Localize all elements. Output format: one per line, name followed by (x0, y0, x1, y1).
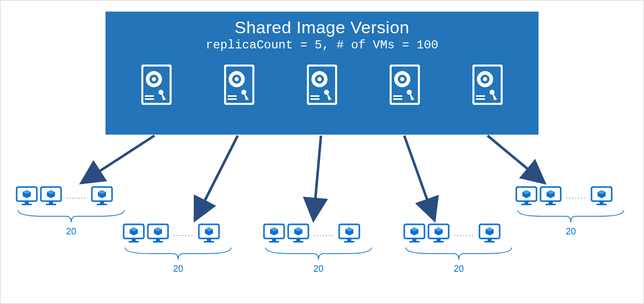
ellipsis: ....... (311, 229, 336, 237)
vm-count-label: 20 (168, 264, 188, 274)
vm-group: ....... (16, 186, 113, 206)
svg-point-37 (490, 90, 495, 95)
svg-point-4 (152, 77, 156, 81)
vm-group: ....... (123, 223, 220, 244)
svg-point-36 (483, 77, 487, 81)
svg-rect-6 (145, 95, 154, 97)
svg-rect-49 (49, 201, 53, 204)
vm-icon (540, 186, 562, 206)
svg-rect-77 (293, 241, 303, 242)
brace (263, 247, 374, 262)
svg-rect-64 (132, 238, 136, 241)
svg-line-43 (404, 136, 435, 220)
ellipsis: ....... (452, 229, 476, 237)
svg-rect-80 (344, 241, 354, 242)
svg-rect-14 (228, 95, 237, 97)
svg-rect-7 (145, 98, 154, 100)
svg-rect-55 (524, 201, 528, 204)
vm-icon (147, 223, 169, 244)
svg-rect-74 (269, 241, 279, 242)
svg-rect-86 (434, 241, 444, 242)
vm-count-label: 20 (61, 226, 81, 237)
vm-icon (16, 186, 38, 206)
svg-rect-71 (204, 241, 214, 242)
ellipsis: ....... (564, 192, 588, 200)
vm-icon (591, 186, 613, 206)
svg-point-21 (324, 90, 329, 95)
svg-line-44 (488, 136, 545, 183)
svg-rect-85 (437, 238, 441, 241)
vm-count-label: 20 (308, 264, 329, 274)
vm-icon (338, 223, 360, 244)
vm-icon (123, 223, 145, 244)
svg-point-12 (235, 77, 239, 81)
ellipsis: ....... (64, 192, 89, 200)
svg-point-5 (158, 90, 164, 95)
svg-rect-88 (488, 238, 492, 241)
disk-icon (389, 64, 420, 105)
shared-title: Shared Image Version (105, 18, 539, 37)
svg-rect-50 (46, 204, 56, 205)
svg-rect-82 (412, 238, 416, 241)
svg-point-28 (400, 77, 404, 81)
svg-rect-68 (153, 241, 163, 242)
disk-icon (224, 64, 255, 105)
vm-count-label: 20 (561, 226, 581, 237)
svg-rect-62 (597, 204, 607, 205)
svg-rect-22 (310, 95, 319, 97)
svg-rect-83 (409, 241, 419, 242)
brace (16, 209, 127, 224)
vm-icon (478, 223, 501, 244)
svg-point-20 (317, 77, 321, 81)
svg-point-13 (241, 90, 246, 95)
svg-line-40 (81, 136, 154, 183)
vm-icon (403, 223, 425, 244)
svg-rect-89 (485, 241, 495, 242)
svg-rect-15 (228, 98, 237, 100)
svg-point-29 (407, 90, 412, 95)
brace (515, 209, 626, 224)
svg-rect-59 (546, 204, 556, 205)
svg-line-42 (313, 136, 321, 220)
vm-count-label: 20 (449, 264, 469, 274)
svg-line-41 (195, 136, 238, 220)
svg-rect-39 (476, 98, 485, 100)
vm-icon (287, 223, 309, 244)
vm-group: ....... (515, 186, 613, 206)
disk-row (105, 64, 539, 105)
svg-rect-56 (521, 204, 531, 205)
vm-icon (40, 186, 62, 206)
vm-icon (91, 186, 113, 206)
brace (403, 247, 514, 262)
vm-icon (263, 223, 285, 244)
vm-icon (515, 186, 538, 206)
svg-rect-67 (156, 238, 160, 241)
svg-rect-30 (393, 95, 402, 97)
vm-group: ....... (263, 223, 360, 244)
disk-icon (141, 64, 172, 105)
brace (123, 247, 234, 262)
svg-rect-38 (476, 95, 485, 97)
svg-rect-61 (600, 201, 604, 204)
svg-rect-79 (347, 238, 351, 241)
svg-rect-46 (25, 201, 29, 204)
svg-rect-70 (207, 238, 211, 241)
svg-rect-53 (97, 204, 107, 205)
shared-image-version-box: Shared Image Version replicaCount = 5, #… (105, 12, 539, 135)
shared-subtitle: replicaCount = 5, # of VMs = 100 (105, 38, 539, 52)
disk-icon (472, 64, 503, 105)
ellipsis: ....... (171, 229, 196, 237)
svg-rect-47 (22, 204, 32, 205)
svg-rect-58 (549, 201, 553, 204)
disk-icon (306, 64, 338, 105)
vm-icon (198, 223, 220, 244)
svg-rect-52 (100, 201, 104, 204)
svg-rect-76 (296, 238, 300, 241)
vm-icon (427, 223, 450, 244)
svg-rect-73 (272, 238, 276, 241)
vm-group: ....... (403, 223, 501, 244)
svg-rect-23 (310, 98, 319, 100)
svg-rect-31 (393, 98, 402, 100)
svg-rect-65 (129, 241, 139, 242)
